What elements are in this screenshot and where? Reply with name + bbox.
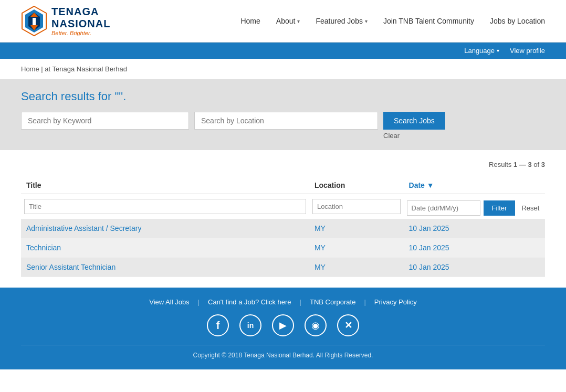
clear-link[interactable]: Clear (383, 132, 400, 140)
results-count: Results 1 — 3 of 3 (21, 161, 545, 168)
top-bar: Language ▾ View profile (0, 43, 566, 59)
youtube-icon[interactable]: ▶ (272, 314, 294, 336)
table-row: Administrative Assistant / Secretary MY … (21, 219, 545, 238)
search-location-input[interactable] (194, 112, 378, 130)
breadcrumb-current: at Tenaga Nasional Berhad (45, 65, 127, 73)
nav-featured-jobs[interactable]: Featured Jobs ▾ (316, 17, 368, 25)
column-title: Title (21, 177, 309, 194)
job-link[interactable]: Technician (26, 243, 61, 252)
jobs-table: Title Location Date ▼ Filter Reset (21, 177, 545, 277)
footer-links: View All Jobs | Can't find a Job? Click … (21, 298, 545, 306)
search-keyword-input[interactable] (21, 112, 189, 130)
facebook-icon[interactable]: f (207, 314, 229, 336)
filter-button[interactable]: Filter (484, 200, 516, 216)
about-caret-icon: ▾ (297, 18, 300, 24)
job-link[interactable]: Senior Assistant Technician (26, 263, 116, 271)
view-profile-link[interactable]: View profile (510, 47, 545, 55)
search-jobs-button[interactable]: Search Jobs (383, 112, 445, 130)
logo-text: TENAGANASIONAL Better. Brighter. (51, 6, 110, 36)
job-link[interactable]: Administrative Assistant / Secretary (26, 224, 141, 232)
results-area: Results 1 — 3 of 3 Title Location Date ▼ (0, 150, 566, 288)
column-location: Location (309, 177, 404, 194)
footer-link-cant-find[interactable]: Can't find a Job? Click here (200, 298, 300, 306)
instagram-icon[interactable]: ◉ (305, 314, 327, 336)
x-twitter-icon[interactable]: ✕ (337, 314, 359, 336)
search-actions: Search Jobs Clear (383, 112, 445, 140)
table-filter-row: Filter Reset (21, 194, 545, 219)
linkedin-icon[interactable]: in (239, 314, 261, 336)
column-date[interactable]: Date ▼ (404, 177, 545, 194)
search-title: Search results for "". (21, 90, 545, 103)
logo[interactable]: TENAGANASIONAL Better. Brighter. (21, 5, 110, 37)
footer-link-privacy-policy[interactable]: Privacy Policy (366, 298, 425, 306)
footer-link-view-all-jobs[interactable]: View All Jobs (141, 298, 197, 306)
results-total: 3 (541, 161, 545, 168)
logo-icon (21, 5, 47, 37)
language-caret-icon: ▾ (497, 48, 499, 54)
footer-copyright: Copyright © 2018 Tenaga Nasional Berhad.… (21, 345, 545, 359)
breadcrumb: Home | at Tenaga Nasional Berhad (0, 59, 566, 79)
social-icons: f in ▶ ◉ ✕ (21, 314, 545, 336)
results-range: 1 — 3 (513, 161, 532, 168)
reset-link[interactable]: Reset (521, 204, 539, 212)
table-row: Technician MY 10 Jan 2025 (21, 238, 545, 258)
table-row: Senior Assistant Technician MY 10 Jan 20… (21, 258, 545, 277)
filter-title-input[interactable] (24, 199, 306, 214)
nav-jobs-by-location[interactable]: Jobs by Location (490, 17, 545, 25)
nav-about[interactable]: About ▾ (276, 17, 300, 25)
language-selector[interactable]: Language ▾ (464, 47, 499, 55)
table-header-row: Title Location Date ▼ (21, 177, 545, 194)
nav-home[interactable]: Home (240, 17, 260, 25)
featured-jobs-caret-icon: ▾ (365, 18, 368, 24)
breadcrumb-home[interactable]: Home (21, 65, 39, 73)
filter-date-input[interactable] (407, 200, 480, 216)
svg-rect-4 (33, 18, 36, 25)
main-nav: Home About ▾ Featured Jobs ▾ Join TNB Ta… (240, 17, 545, 25)
nav-join-tnb[interactable]: Join TNB Talent Community (383, 17, 474, 25)
footer-link-tnb-corporate[interactable]: TNB Corporate (301, 298, 364, 306)
search-area: Search results for "". Search Jobs Clear (0, 79, 566, 150)
filter-location-input[interactable] (312, 199, 401, 214)
footer: View All Jobs | Can't find a Job? Click … (0, 288, 566, 369)
